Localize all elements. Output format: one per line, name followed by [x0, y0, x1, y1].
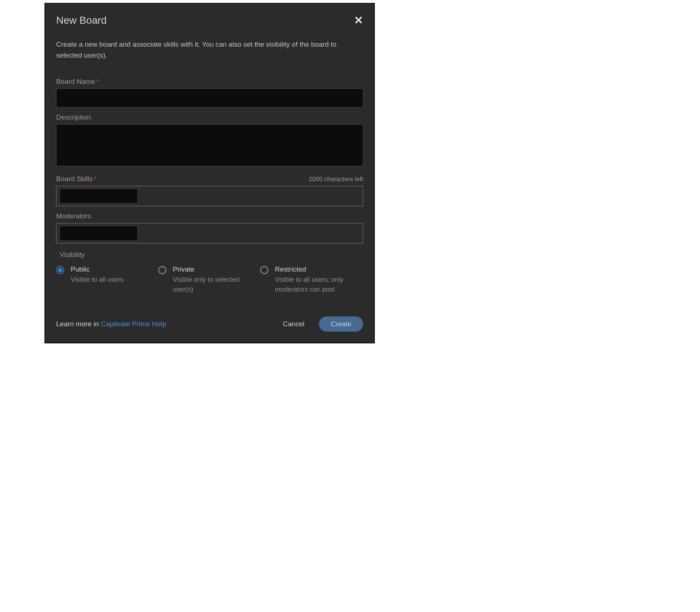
visibility-option-public[interactable]: Public Visible to all users: [56, 265, 158, 295]
new-board-modal: New Board ✕ Create a new board and assoc…: [44, 3, 375, 343]
footer-buttons: Cancel Create: [283, 316, 363, 332]
required-star-icon: *: [94, 176, 96, 182]
modal-header: New Board ✕: [56, 15, 363, 26]
visibility-option-title: Restricted: [275, 265, 359, 273]
board-skills-header-row: Board Skills* 2000 characters left: [56, 174, 363, 186]
modal-title: New Board: [56, 15, 107, 26]
visibility-option-title: Private: [173, 265, 257, 273]
visibility-options: Public Visible to all users Private Visi…: [56, 265, 363, 295]
moderators-input[interactable]: [59, 226, 138, 241]
moderators-label: Moderators: [56, 212, 91, 220]
visibility-option-private[interactable]: Private Visible only to selected user(s): [158, 265, 260, 295]
description-field-group: Description: [56, 113, 363, 168]
board-skills-field-group: [56, 186, 363, 206]
modal-subtitle: Create a new board and associate skills …: [56, 39, 344, 61]
required-star-icon: *: [97, 79, 99, 85]
create-button[interactable]: Create: [319, 316, 363, 332]
visibility-option-restricted[interactable]: Restricted Visible to all users; only mo…: [260, 265, 362, 295]
modal-footer: Learn more in Captivate Prime Help Cance…: [56, 316, 363, 332]
radio-icon: [158, 266, 166, 274]
visibility-option-desc: Visible to all users; only moderators ca…: [275, 275, 359, 295]
moderators-tag-container[interactable]: [56, 223, 363, 243]
board-name-input[interactable]: [56, 89, 363, 108]
description-textarea[interactable]: [56, 124, 363, 166]
board-skills-label: Board Skills: [56, 175, 93, 183]
description-char-counter: 2000 characters left: [309, 176, 363, 183]
help-link[interactable]: Captivate Prime Help: [101, 320, 167, 328]
board-name-field-group: Board Name*: [56, 78, 363, 108]
visibility-option-desc: Visible to all users: [71, 275, 124, 285]
visibility-label: Visibility: [60, 251, 363, 259]
board-skills-tag-container[interactable]: [56, 186, 363, 206]
help-prefix: Learn more in: [56, 320, 101, 328]
moderators-field-group: Moderators: [56, 212, 363, 243]
description-label: Description: [56, 113, 91, 121]
visibility-option-desc: Visible only to selected user(s): [173, 275, 257, 295]
visibility-option-title: Public: [71, 265, 124, 273]
board-name-label: Board Name: [56, 78, 95, 86]
radio-icon: [260, 266, 268, 274]
visibility-section: Visibility Public Visible to all users P…: [56, 251, 363, 295]
board-skills-input[interactable]: [59, 188, 138, 204]
radio-icon: [56, 266, 64, 274]
close-icon[interactable]: ✕: [354, 15, 363, 26]
cancel-button[interactable]: Cancel: [283, 320, 304, 328]
help-text: Learn more in Captivate Prime Help: [56, 320, 166, 328]
